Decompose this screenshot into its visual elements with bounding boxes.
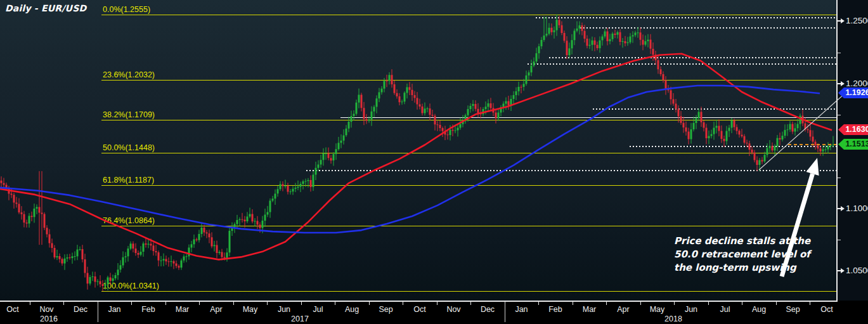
month-tick [573,302,573,305]
price-axis-label: 1.0500 [846,266,868,275]
month-tick [437,302,437,305]
month-tick [131,302,132,305]
price-tick-minor [838,240,841,240]
month-label: Apr [617,305,629,314]
month-tick [403,302,403,305]
month-label: Jan [108,305,120,314]
month-label: Apr [210,305,222,314]
month-label: Dec [74,305,87,314]
annotation-text: Price decline stalls at the 50.0 retrace… [674,235,810,275]
month-tick [165,302,166,305]
month-label: Jan [515,305,528,314]
year-separator [505,302,505,322]
annotation-line: Price decline stalls at the [674,235,810,248]
month-tick [335,302,335,305]
month-tick [267,302,268,305]
month-label: Nov [39,305,53,314]
month-label: Oct [820,305,832,314]
month-label: Aug [345,305,359,314]
price-badge: 1.1513 [838,139,868,150]
month-label: Jun [278,305,290,314]
month-tick [470,302,471,305]
month-tick [233,302,234,305]
month-tick [199,302,200,305]
month-tick [708,302,709,305]
month-tick [30,302,30,305]
month-label: Jun [685,305,697,314]
month-label: Jul [720,305,730,314]
month-tick [301,302,302,305]
price-tick-arrow-icon [841,81,845,86]
month-label: Oct [413,305,425,314]
month-label: Feb [141,305,155,314]
price-tick-arrow-icon [841,18,845,23]
month-label: Dec [481,305,495,314]
month-tick [640,302,641,305]
month-label: Jul [313,305,323,314]
price-badge: 1.1926 [838,87,868,98]
price-tick-minor [838,53,841,53]
chart-window: 0.0%(1.2555)23.6%(1.2032)38.2%(1.1709)50… [0,0,868,324]
month-label: May [650,305,665,314]
month-label: Oct [6,305,18,314]
price-axis-label: 1.2500 [846,16,868,25]
chart-title: Daily - EUR/USD [5,3,86,13]
year-label: 2016 [40,314,58,323]
month-tick [810,302,810,305]
month-label: Mar [583,305,597,314]
annotation-line: the long-term upswing [674,261,810,275]
year-separator [98,302,98,322]
month-label: May [243,305,258,314]
month-label: Feb [548,305,562,314]
price-tick-arrow-icon [841,268,845,273]
month-label: Sep [786,305,800,314]
annotation-line: 50.0 retracement level of [674,248,810,261]
price-tick-minor [838,178,841,178]
month-label: Nov [446,305,460,314]
month-tick [63,302,64,305]
price-axis-label: 1.2000 [846,79,868,88]
year-label: 2018 [664,314,682,323]
price-badge: 1.1630 [838,124,868,135]
month-tick [369,302,370,305]
year-label: 2017 [291,314,309,323]
price-tick-minor [838,115,841,115]
axis-labels-layer: 1.25001.20001.10001.05001.19261.16301.15… [0,0,868,324]
month-tick [776,302,777,305]
month-tick [538,302,539,305]
month-label: Sep [379,305,392,314]
month-tick [606,302,607,305]
price-tick-arrow-icon [841,206,845,211]
month-label: Aug [752,305,766,314]
month-label: Mar [176,305,190,314]
month-tick [674,302,675,305]
month-tick [742,302,742,305]
price-axis-label: 1.1000 [846,204,868,213]
